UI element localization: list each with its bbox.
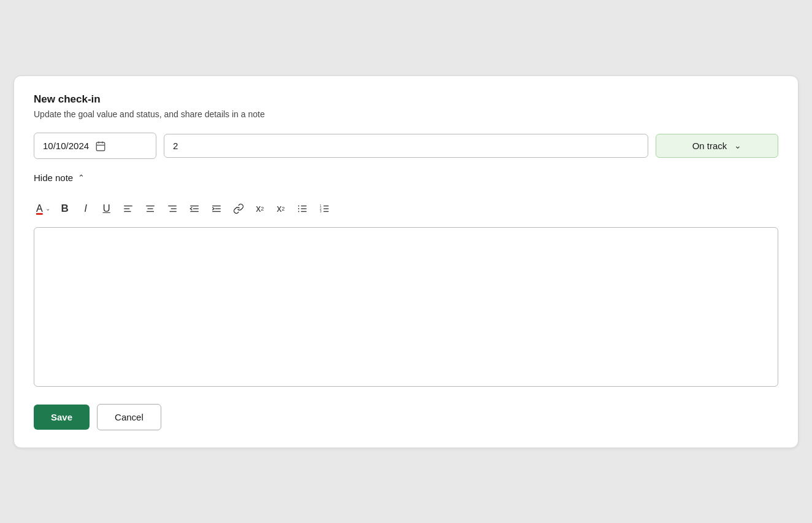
calendar-svg: [95, 141, 106, 152]
note-textarea[interactable]: [34, 227, 778, 387]
svg-rect-0: [96, 142, 105, 151]
font-color-button[interactable]: A ⌄: [34, 201, 53, 217]
italic-button[interactable]: I: [77, 200, 94, 217]
align-center-button[interactable]: [141, 200, 159, 217]
align-center-icon: [145, 203, 156, 214]
status-dropdown[interactable]: On track ⌄: [656, 134, 778, 158]
underline-button[interactable]: U: [98, 200, 115, 217]
card-title: New check-in: [34, 93, 778, 106]
cancel-button[interactable]: Cancel: [97, 404, 161, 430]
indent-increase-button[interactable]: [207, 200, 226, 217]
indent-increase-icon: [211, 203, 222, 214]
goal-value-input[interactable]: [164, 134, 648, 158]
unordered-list-button[interactable]: [293, 200, 312, 217]
align-right-icon: [167, 203, 178, 214]
align-left-button[interactable]: [119, 200, 137, 217]
ordered-list-icon: 1 2 3: [319, 203, 330, 214]
font-color-caret-icon: ⌄: [45, 205, 50, 212]
hide-note-toggle[interactable]: Hide note ⌃: [34, 172, 778, 183]
rich-text-toolbar: A ⌄ B I U: [34, 196, 778, 221]
align-left-icon: [123, 203, 134, 214]
save-button[interactable]: Save: [34, 405, 90, 430]
inputs-row: 10/10/2024 On track ⌄: [34, 133, 778, 159]
font-color-letter: A: [36, 203, 43, 214]
chevron-down-icon: ⌄: [734, 141, 741, 150]
unordered-list-icon: [297, 203, 308, 214]
actions-row: Save Cancel: [34, 404, 778, 430]
calendar-icon[interactable]: [95, 139, 106, 152]
svg-text:3: 3: [320, 210, 321, 213]
link-icon: [233, 203, 244, 214]
card-subtitle: Update the goal value and status, and sh…: [34, 109, 778, 119]
superscript-button[interactable]: x2: [251, 200, 269, 217]
status-label: On track: [692, 141, 727, 151]
caret-up-icon: ⌃: [78, 173, 85, 182]
indent-decrease-button[interactable]: [185, 200, 204, 217]
new-checkin-card: New check-in Update the goal value and s…: [13, 76, 799, 448]
link-button[interactable]: [229, 200, 248, 217]
date-input-wrap[interactable]: 10/10/2024: [34, 133, 156, 159]
align-right-button[interactable]: [163, 200, 182, 217]
ordered-list-button[interactable]: 1 2 3: [315, 200, 334, 217]
subscript-button[interactable]: x2: [272, 200, 289, 217]
date-value: 10/10/2024: [43, 141, 89, 151]
svg-point-23: [298, 208, 299, 209]
svg-point-24: [298, 211, 299, 212]
svg-point-22: [298, 205, 299, 206]
indent-decrease-icon: [189, 203, 200, 214]
bold-button[interactable]: B: [56, 200, 74, 217]
hide-note-label: Hide note: [34, 172, 73, 183]
